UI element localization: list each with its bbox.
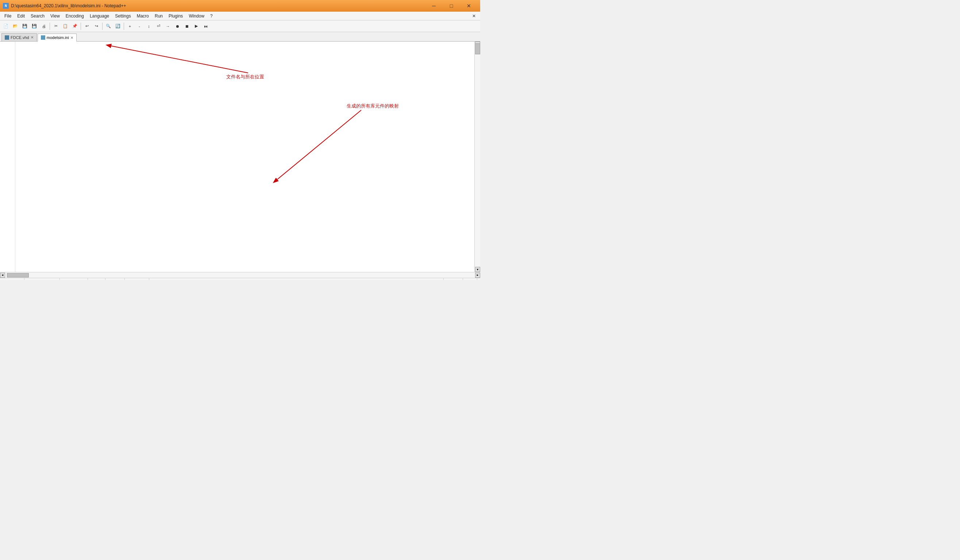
tab-modelsim-icon <box>41 35 45 40</box>
toolbar-macro-rec[interactable]: ⏺ <box>173 22 182 30</box>
toolbar-undo[interactable]: ↩ <box>82 22 91 30</box>
toolbar-replace[interactable]: 🔄 <box>114 22 122 30</box>
h-scroll-track[interactable] <box>5 273 475 278</box>
tab-modelsim-label: modelsim.ini <box>47 35 69 40</box>
scroll-down-button[interactable]: ▼ <box>475 267 480 272</box>
status-col: Col : 1 <box>106 278 125 280</box>
toolbar-redo[interactable]: ↪ <box>92 22 101 30</box>
tab-fdce-close[interactable]: ✕ <box>30 35 34 39</box>
vertical-scrollbar[interactable]: ▲ ▼ <box>474 41 480 272</box>
maximize-button[interactable]: □ <box>443 0 460 12</box>
menu-file[interactable]: File <box>2 13 14 19</box>
scroll-right-button[interactable]: ► <box>475 273 480 278</box>
toolbar-paste[interactable]: 📌 <box>70 22 79 30</box>
toolbar-macro-run[interactable]: ⏭ <box>202 22 210 30</box>
window-close-x[interactable]: ✕ <box>469 13 479 19</box>
line-numbers <box>0 41 15 272</box>
toolbar-macro-stop[interactable]: ⏹ <box>182 22 191 30</box>
status-lines: lines : 2579 <box>60 278 88 280</box>
toolbar-print[interactable]: 🖨 <box>39 22 48 30</box>
horizontal-scrollbar[interactable]: ◄ ► <box>0 272 480 278</box>
editor-area: ▲ ▼ 文件名与所在位置 生成的所有库元件的映射 <box>0 41 480 272</box>
menu-plugins[interactable]: Plugins <box>166 13 186 19</box>
status-length: length : 129310 <box>24 278 60 280</box>
toolbar-find[interactable]: 🔍 <box>104 22 113 30</box>
toolbar-sep-4 <box>124 22 124 30</box>
toolbar-sync[interactable]: ↕ <box>144 22 153 30</box>
app-icon: N <box>3 3 9 9</box>
scroll-thumb[interactable] <box>475 43 480 54</box>
menu-search[interactable]: Search <box>28 13 48 19</box>
tab-modelsim-close[interactable]: ✕ <box>70 36 74 40</box>
status-bar: MS ini file length : 129310 lines : 2579… <box>0 278 480 280</box>
toolbar-sep-3 <box>102 22 102 30</box>
menu-macro[interactable]: Macro <box>134 13 152 19</box>
status-ln: Ln : 1 <box>88 278 106 280</box>
editor-content[interactable] <box>15 41 474 272</box>
toolbar-cut[interactable]: ✂ <box>51 22 60 30</box>
menu-language[interactable]: Language <box>87 13 112 19</box>
toolbar-new[interactable]: 📄 <box>2 22 10 30</box>
status-filetype: MS ini file <box>3 278 24 280</box>
close-button[interactable]: ✕ <box>461 0 477 12</box>
menu-settings[interactable]: Settings <box>112 13 134 19</box>
title-text: D:\questasim64_2020.1\xilinx_lib\modelsi… <box>11 3 426 8</box>
status-ins: INS <box>463 278 477 280</box>
menu-window[interactable]: Window <box>186 13 207 19</box>
toolbar-save-all[interactable]: 💾 <box>30 22 39 30</box>
toolbar-zoom-out[interactable]: - <box>135 22 144 30</box>
tab-fdce-icon <box>5 35 9 40</box>
menu-view[interactable]: View <box>48 13 63 19</box>
scroll-left-button[interactable]: ◄ <box>0 273 5 278</box>
menu-encoding[interactable]: Encoding <box>63 13 87 19</box>
menu-question[interactable]: ? <box>207 13 216 19</box>
tabs-bar: FDCE.vhd ✕ modelsim.ini ✕ <box>0 32 480 41</box>
toolbar-copy[interactable]: 📋 <box>61 22 70 30</box>
status-encoding: UTF-8 <box>444 278 463 280</box>
toolbar-sep-1 <box>50 22 50 30</box>
window-controls: ─ □ ✕ <box>426 0 477 12</box>
tab-modelsim[interactable]: modelsim.ini ✕ <box>38 34 77 41</box>
tab-fdce[interactable]: FDCE.vhd ✕ <box>2 33 37 41</box>
menu-run[interactable]: Run <box>152 13 166 19</box>
toolbar-macro-play[interactable]: ▶ <box>192 22 201 30</box>
toolbar-sep-2 <box>81 22 81 30</box>
toolbar-save[interactable]: 💾 <box>21 22 29 30</box>
toolbar: 📄 📂 💾 💾 🖨 ✂ 📋 📌 ↩ ↪ 🔍 🔄 + - ↕ ⏎ → ⏺ ⏹ ▶ … <box>0 21 480 32</box>
toolbar-zoom-in[interactable]: + <box>125 22 134 30</box>
toolbar-open[interactable]: 📂 <box>11 22 20 30</box>
h-scroll-thumb[interactable] <box>7 273 29 278</box>
status-lineending: Dos/Windows <box>411 278 444 280</box>
minimize-button[interactable]: ─ <box>426 0 442 12</box>
toolbar-indent[interactable]: → <box>163 22 172 30</box>
menu-edit[interactable]: Edit <box>14 13 28 19</box>
toolbar-wrap[interactable]: ⏎ <box>154 22 163 30</box>
status-sel: Sel : 0 | 0 <box>125 278 149 280</box>
menu-bar: File Edit Search View Encoding Language … <box>0 12 480 21</box>
title-bar: N D:\questasim64_2020.1\xilinx_lib\model… <box>0 0 480 12</box>
tab-fdce-label: FDCE.vhd <box>11 35 29 40</box>
